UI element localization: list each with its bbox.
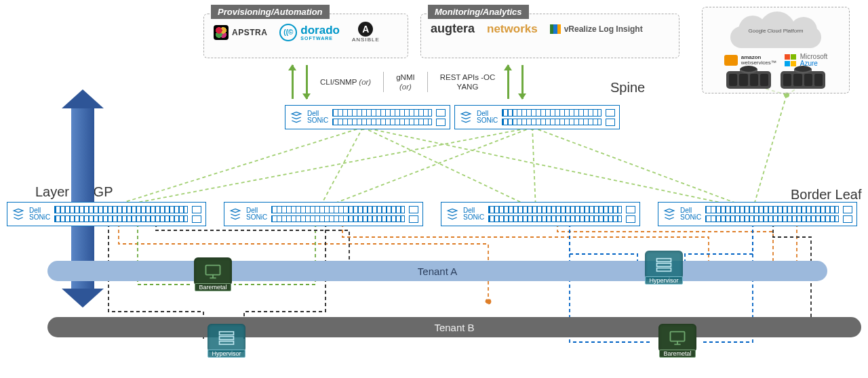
arrow-down-icon-2 (521, 65, 524, 99)
host-label: Hypervisor (645, 276, 682, 285)
spine-switch-2: Dell SONiC (454, 105, 620, 129)
hypervisor-icon (645, 251, 683, 279)
proto-rest: REST APIs -OC YANG (440, 72, 496, 92)
gcp-label: Google Cloud Platform (725, 12, 827, 49)
host-hypervisor-2: Hypervisor (641, 251, 687, 285)
provisioning-panel: Provisioning/Automation APSTRA ((© dorad… (203, 14, 408, 58)
svg-line-7 (532, 127, 753, 209)
switch-stack-icon (290, 110, 303, 124)
proto-rest-l1: REST APIs -OC (440, 73, 496, 81)
ansible-icon: A (358, 22, 373, 37)
proto-cli-l2: (or) (359, 78, 371, 86)
proto-divider-2 (427, 72, 428, 92)
vrealize-label: vRealize Log Insight (564, 24, 643, 34)
spine-switch-1: Dell SONiC (285, 105, 450, 129)
svg-rect-38 (220, 341, 234, 345)
dorado-label: dorado (300, 24, 340, 36)
switch-os: SONiC (463, 214, 484, 222)
augtera-logo: augtera (431, 22, 475, 36)
host-baremetal-2: Baremetal (654, 324, 701, 358)
dorado-sublabel: SOFTWARE (300, 36, 340, 41)
switch-os: SONiC (307, 117, 328, 125)
dorado-icon: ((© (279, 24, 297, 41)
leaf-switch-3: Dell SONiC (441, 202, 640, 226)
switch-stack-icon (446, 207, 459, 221)
svg-rect-40 (657, 264, 671, 267)
svg-rect-41 (657, 268, 671, 272)
svg-rect-36 (220, 332, 234, 335)
tenant-b-label: Tenant B (434, 322, 474, 333)
proto-cli: CLI/SNMP (or) (320, 77, 371, 87)
aws-icon (724, 55, 738, 66)
svg-rect-39 (657, 259, 671, 262)
leaf-switch-2: Dell SONiC (224, 202, 423, 226)
svg-line-4 (102, 127, 532, 209)
svg-line-3 (363, 127, 753, 209)
arrow-down-icon (306, 65, 308, 99)
azure-logo: Microsoft Azure (785, 54, 828, 67)
vrealize-logo: vRealize Log Insight (550, 24, 643, 34)
host-label: Hypervisor (208, 350, 245, 358)
baremetal-icon (194, 257, 232, 286)
spine-leaf-links (99, 80, 810, 212)
arrow-up-icon (292, 65, 294, 99)
cloud-icon: Google Cloud Platform (725, 12, 827, 49)
switch-os: SONiC (477, 117, 498, 125)
provisioning-title: Provisioning/Automation (211, 5, 330, 19)
vrealize-icon (550, 24, 561, 34)
spine-label: Spine (610, 80, 645, 96)
proto-cli-l1: CLI/SNMP (320, 78, 357, 86)
host-baremetal-1: Baremetal (190, 257, 236, 291)
switch-os: SONiC (246, 214, 267, 222)
proto-gnmi-l1: gNMI (396, 73, 414, 81)
host-label: Baremetal (659, 350, 695, 358)
switch-os: SONiC (680, 214, 701, 222)
proto-rest-l2: YANG (457, 83, 479, 91)
aws-l2: webservices™ (741, 60, 776, 66)
cloud-vendor-logos: amazon webservices™ Microsoft Azure (724, 54, 828, 67)
svg-line-0 (102, 127, 363, 209)
baremetal-icon (658, 324, 696, 352)
tenant-a-bar: Tenant A (47, 261, 827, 281)
apstra-icon (214, 25, 229, 40)
svg-line-6 (532, 127, 536, 209)
switch-stack-icon (229, 207, 242, 221)
proto-gnmi: gNMI (or) (396, 72, 414, 92)
svg-line-14 (753, 95, 787, 209)
svg-line-5 (319, 127, 532, 209)
svg-rect-37 (220, 337, 234, 340)
leaf-switch-1: Dell SONiC (7, 202, 206, 226)
aws-logo: amazon webservices™ (724, 55, 776, 66)
border-leaf-label: Border Leaf (791, 187, 862, 203)
host-hypervisor-1: Hypervisor (203, 324, 250, 358)
cloud-router-2 (781, 71, 825, 89)
proto-gnmi-l2: (or) (399, 83, 412, 91)
networks-logo: networks (487, 22, 538, 36)
apstra-logo: APSTRA (214, 25, 267, 40)
azure-icon (785, 54, 797, 66)
switch-os: SONiC (29, 214, 50, 222)
protocol-row: CLI/SNMP (or) gNMI (or) REST APIs -OC YA… (292, 65, 524, 99)
svg-line-2 (363, 127, 536, 209)
switch-stack-icon (12, 207, 25, 221)
arrow-up-icon-2 (507, 65, 509, 99)
monitoring-panel: Monitoring/Analytics augtera networks vR… (420, 14, 679, 58)
cloud-panel: Google Cloud Platform amazon webservices… (702, 7, 850, 93)
proto-divider-1 (383, 72, 384, 92)
switch-stack-icon (459, 110, 473, 124)
tenant-a-label: Tenant A (418, 266, 457, 277)
svg-rect-35 (206, 266, 220, 275)
ansible-logo: A ANSIBLE (352, 22, 380, 43)
monitoring-title: Monitoring/Analytics (428, 5, 529, 19)
apstra-label: APSTRA (232, 28, 267, 37)
dorado-logo: ((© dorado SOFTWARE (279, 24, 340, 41)
ansible-label: ANSIBLE (352, 37, 380, 43)
switch-stack-icon (663, 207, 676, 221)
cloud-router-1 (726, 71, 771, 89)
leaf-switch-4: Dell SONiC (658, 202, 857, 226)
hypervisor-icon (208, 324, 245, 352)
tenant-b-bar: Tenant B (47, 317, 861, 337)
svg-point-19 (486, 299, 491, 304)
svg-rect-42 (671, 332, 685, 341)
host-label: Baremetal (195, 283, 231, 291)
